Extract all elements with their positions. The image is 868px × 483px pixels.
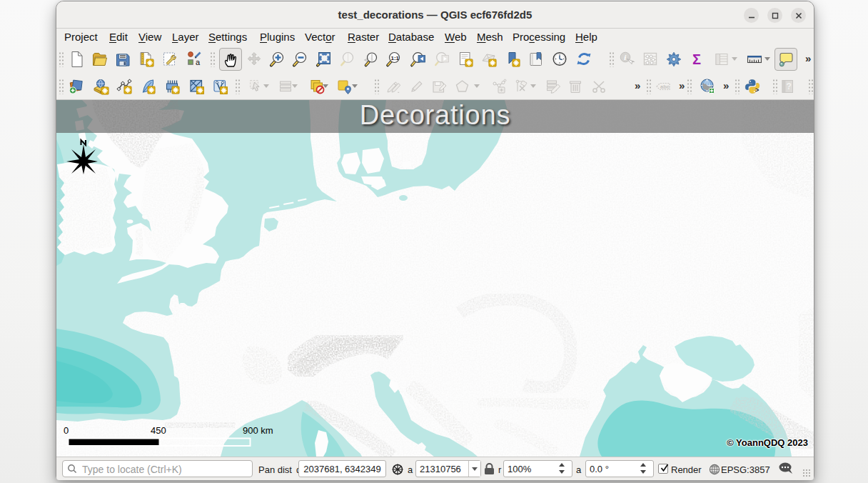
svg-text:450: 450 xyxy=(151,425,166,436)
svg-text:Σ: Σ xyxy=(692,51,701,67)
svg-text:0: 0 xyxy=(64,425,69,436)
svg-text:900 km: 900 km xyxy=(243,425,273,436)
